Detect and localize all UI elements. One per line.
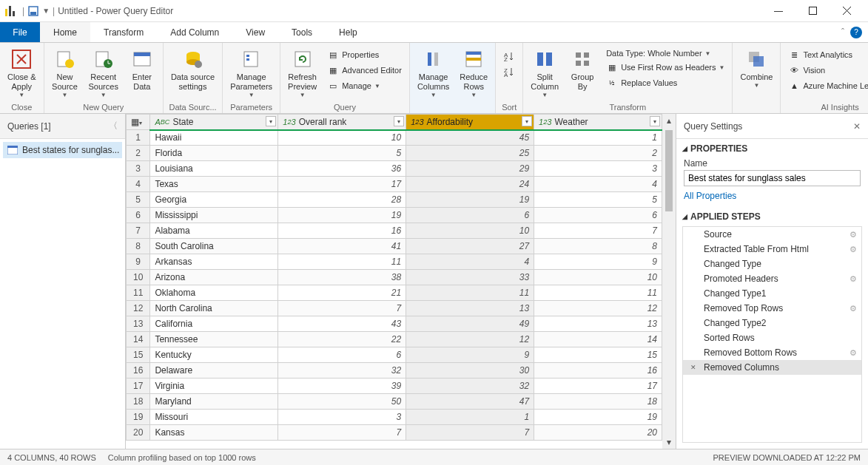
applied-step[interactable]: Sorted Rows <box>683 330 861 345</box>
cell-rank[interactable]: 28 <box>278 192 406 208</box>
table-row[interactable]: 2 Florida 5 25 2 <box>127 146 662 161</box>
tab-transform[interactable]: Transform <box>90 22 157 42</box>
cell-state[interactable]: Kansas <box>150 425 278 441</box>
cell-state[interactable]: Delaware <box>150 363 278 379</box>
cell-afford[interactable]: 49 <box>406 316 534 332</box>
scroll-up-icon[interactable]: ▴ <box>662 114 676 127</box>
manage-parameters-button[interactable]: Manage Parameters▼ <box>226 44 277 98</box>
close-apply-button[interactable]: Close & Apply ▼ <box>3 44 41 98</box>
cell-afford[interactable]: 27 <box>406 239 534 254</box>
cell-weather[interactable]: 12 <box>534 301 662 316</box>
cell-afford[interactable]: 11 <box>406 285 534 301</box>
enter-data-button[interactable]: Enter Data <box>124 44 160 92</box>
data-grid[interactable]: ▦▾ ABCState▾ 123Overall rank▾ 123Afforda… <box>126 114 662 449</box>
cell-rank[interactable]: 5 <box>278 146 406 161</box>
query-item[interactable]: Best states for sunglas... <box>3 142 122 158</box>
table-row[interactable]: 13 California 43 49 13 <box>127 316 662 332</box>
cell-afford[interactable]: 32 <box>406 379 534 394</box>
new-source-button[interactable]: New Source▼ <box>47 44 83 98</box>
cell-weather[interactable]: 15 <box>534 347 662 363</box>
tab-home[interactable]: Home <box>40 22 90 42</box>
tab-help[interactable]: Help <box>326 22 371 42</box>
table-row[interactable]: 12 North Carolina 7 13 12 <box>127 301 662 316</box>
cell-afford[interactable]: 33 <box>406 270 534 285</box>
cell-weather[interactable]: 20 <box>534 425 662 441</box>
applied-step[interactable]: Promoted Headers⚙ <box>683 271 861 286</box>
cell-weather[interactable]: 18 <box>534 394 662 410</box>
cell-state[interactable]: North Carolina <box>150 301 278 316</box>
cell-rank[interactable]: 19 <box>278 208 406 223</box>
data-source-settings-button[interactable]: Data source settings <box>166 44 219 92</box>
cell-rank[interactable]: 16 <box>278 223 406 239</box>
cell-rank[interactable]: 38 <box>278 270 406 285</box>
help-icon[interactable]: ? <box>850 27 862 38</box>
cell-state[interactable]: Georgia <box>150 192 278 208</box>
reduce-rows-button[interactable]: Reduce Rows▼ <box>455 44 492 98</box>
cell-afford[interactable]: 1 <box>406 410 534 425</box>
combine-button[interactable]: Combine▼ <box>736 44 777 89</box>
collapse-icon[interactable]: ◢ <box>682 213 687 220</box>
scroll-thumb[interactable] <box>665 130 673 211</box>
cell-state[interactable]: Oklahoma <box>150 285 278 301</box>
gear-icon[interactable]: ⚙ <box>850 274 857 284</box>
cell-weather[interactable]: 6 <box>534 208 662 223</box>
manage-button[interactable]: ▭Manage▼ <box>323 78 406 93</box>
cell-weather[interactable]: 17 <box>534 379 662 394</box>
table-row[interactable]: 1 Hawaii 10 45 1 <box>127 130 662 146</box>
cell-afford[interactable]: 29 <box>406 161 534 177</box>
cell-state[interactable]: Missouri <box>150 410 278 425</box>
table-row[interactable]: 5 Georgia 28 19 5 <box>127 192 662 208</box>
applied-step[interactable]: Extracted Table From Html⚙ <box>683 242 861 257</box>
cell-rank[interactable]: 22 <box>278 332 406 347</box>
gear-icon[interactable]: ⚙ <box>850 348 857 358</box>
cell-afford[interactable]: 30 <box>406 363 534 379</box>
filter-dropdown-icon[interactable]: ▾ <box>522 116 532 126</box>
table-row[interactable]: 11 Oklahoma 21 11 11 <box>127 285 662 301</box>
advanced-editor-button[interactable]: ▦Advanced Editor <box>323 63 406 78</box>
cell-rank[interactable]: 17 <box>278 177 406 192</box>
manage-columns-button[interactable]: Manage Columns▼ <box>413 44 454 98</box>
cell-rank[interactable]: 43 <box>278 316 406 332</box>
column-header-rank[interactable]: 123Overall rank▾ <box>278 115 406 130</box>
cell-rank[interactable]: 36 <box>278 161 406 177</box>
cell-rank[interactable]: 50 <box>278 394 406 410</box>
applied-step[interactable]: Removed Bottom Rows⚙ <box>683 345 861 360</box>
cell-weather[interactable]: 19 <box>534 410 662 425</box>
table-row[interactable]: 10 Arizona 38 33 10 <box>127 270 662 285</box>
filter-dropdown-icon[interactable]: ▾ <box>266 116 276 126</box>
data-type-button[interactable]: Data Type: Whole Number▼ <box>602 47 729 59</box>
applied-step[interactable]: Changed Type <box>683 257 861 271</box>
cell-afford[interactable]: 13 <box>406 301 534 316</box>
applied-step[interactable]: Changed Type1 <box>683 286 861 301</box>
cell-afford[interactable]: 10 <box>406 223 534 239</box>
cell-state[interactable]: Louisiana <box>150 161 278 177</box>
cell-rank[interactable]: 21 <box>278 285 406 301</box>
table-row[interactable]: 17 Virginia 39 32 17 <box>127 379 662 394</box>
column-header-state[interactable]: ABCState▾ <box>150 115 278 130</box>
select-all-corner[interactable]: ▦▾ <box>127 115 150 130</box>
text-analytics-button[interactable]: ≣Text Analytics <box>784 47 868 62</box>
split-column-button[interactable]: Split Column▼ <box>526 44 563 98</box>
cell-weather[interactable]: 5 <box>534 192 662 208</box>
vision-button[interactable]: 👁Vision <box>784 63 868 78</box>
cell-weather[interactable]: 10 <box>534 270 662 285</box>
applied-step[interactable]: Source⚙ <box>683 227 861 242</box>
first-row-headers-button[interactable]: ▦Use First Row as Headers▼ <box>602 60 729 75</box>
cell-state[interactable]: Kentucky <box>150 347 278 363</box>
minimize-button[interactable]: — <box>761 0 795 22</box>
cell-weather[interactable]: 3 <box>534 161 662 177</box>
tab-addcolumn[interactable]: Add Column <box>157 22 232 42</box>
cell-weather[interactable]: 1 <box>534 130 662 146</box>
cell-state[interactable]: Arizona <box>150 270 278 285</box>
cell-state[interactable]: California <box>150 316 278 332</box>
group-by-button[interactable]: Group By <box>565 44 600 92</box>
cell-weather[interactable]: 2 <box>534 146 662 161</box>
cell-rank[interactable]: 39 <box>278 379 406 394</box>
cell-afford[interactable]: 6 <box>406 208 534 223</box>
table-row[interactable]: 20 Kansas 7 7 20 <box>127 425 662 441</box>
tab-tools[interactable]: Tools <box>278 22 326 42</box>
table-row[interactable]: 7 Alabama 16 10 7 <box>127 223 662 239</box>
properties-button[interactable]: ▤Properties <box>323 47 406 62</box>
collapse-icon[interactable]: ◢ <box>682 145 687 152</box>
cell-rank[interactable]: 7 <box>278 425 406 441</box>
